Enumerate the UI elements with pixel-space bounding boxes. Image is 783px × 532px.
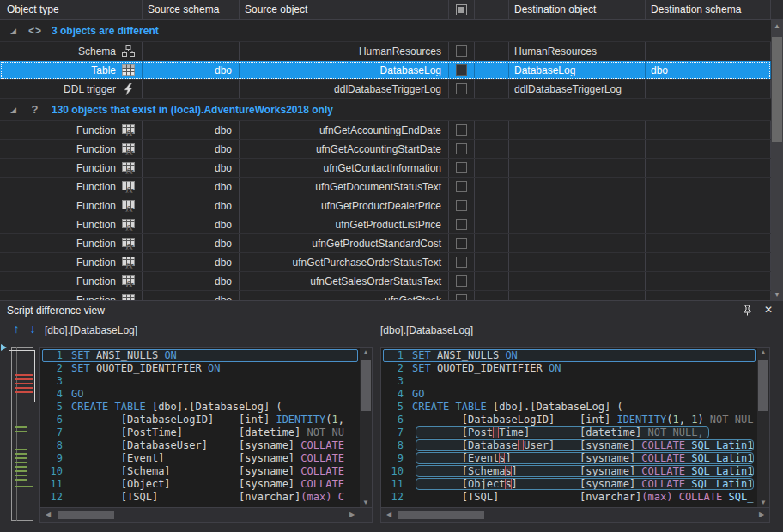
table-row[interactable]: FunctionfxdboufnGetAccountingEndDate [0,121,771,140]
code-line: 3 [381,375,757,388]
table-row[interactable]: FunctionfxdboufnGetDocumentStatusText [0,178,771,196]
changed-line-mark [15,383,33,384]
function-icon: fx [121,275,135,287]
source-script-editor[interactable]: 1SET ANSI_NULLS ON2SET QUOTED_IDENTIFIER… [39,347,373,523]
previous-difference-button[interactable]: ↑ [10,322,22,336]
grid-scrollbar-thumb[interactable] [772,37,782,142]
row-checkbox[interactable] [456,238,467,249]
source-object-value: ufnGetAccountingStartDate [316,143,441,155]
row-checkbox[interactable] [456,275,467,287]
right-editor-horizontal-scrollbar[interactable]: ◀ ▶ [381,507,769,522]
code-line: 9 [Event] [sysname] COLLATE [40,452,360,465]
group-header-row[interactable]: ◢<>3 objects are different [0,20,783,42]
column-header-destination-schema[interactable]: Destination schema [646,0,771,19]
line-number: 7 [40,426,71,439]
column-header-source-schema[interactable]: Source schema [143,0,240,19]
row-checkbox[interactable] [456,181,467,192]
scroll-down-icon[interactable]: ▼ [771,288,783,300]
object-type-label: Function [76,275,116,287]
left-editor-horizontal-scrollbar[interactable]: ◀ ▶ [40,507,372,522]
function-icon: fx [121,181,135,193]
scroll-up-icon[interactable]: ▲ [757,348,769,358]
left-document-label: [dbo].[DatabaseLog] [45,324,137,336]
source-object-value: ufnGetAccountingEndDate [319,124,441,136]
table-row[interactable]: TabledboDatabaseLogDatabaseLogdbo [0,61,771,80]
source-object-value: ufnGetProductDealerPrice [321,200,441,212]
code-line: 10 [Schemas] [sysname] COLLATE SQL_Latin… [381,465,757,478]
line-number: 10 [40,465,71,478]
code-line: 11 [Object] [sysname] COLLATE [40,478,360,491]
table-row[interactable]: FunctionfxdboufnGetAccountingStartDate [0,140,771,159]
object-type-label: Function [76,162,116,174]
row-checkbox[interactable] [456,257,467,268]
scroll-up-icon[interactable]: ▲ [360,348,372,358]
source-schema-value: dbo [215,181,232,193]
destination-script-editor[interactable]: 1SET ANSI_NULLS ON2SET QUOTED_IDENTIFIER… [380,347,770,523]
collapse-triangle-icon[interactable]: ◢ [10,106,19,114]
table-row[interactable]: FunctionfxdboufnGetContactInformation [0,159,771,178]
row-checkbox[interactable] [456,124,467,136]
table-row[interactable]: FunctionfxdboufnGetPurchaseOrderStatusTe… [0,253,771,272]
scroll-right-icon[interactable]: ▶ [756,509,768,521]
code-line: 5CREATE TABLE [dbo].[DatabaseLog] ( [40,401,360,414]
row-checkbox[interactable] [456,143,467,154]
table-row[interactable]: DDL triggerddlDatabaseTriggerLogddlDatab… [0,80,771,99]
pin-icon[interactable] [742,305,754,317]
code-text: SET ANSI_NULLS ON [412,349,757,362]
collapse-triangle-icon[interactable]: ◢ [10,27,19,35]
table-row[interactable]: FunctionfxdboufnGetProductDealerPrice [0,196,771,215]
column-header-spacer[interactable] [475,0,509,19]
close-icon[interactable]: ✕ [762,304,774,316]
code-text: GO [412,388,757,401]
scroll-left-icon[interactable]: ◀ [42,509,54,521]
code-line: 7 [PostTime] [datetime] NOT NU [40,426,360,439]
header-scrollbar-corner [771,0,783,19]
column-header-checkbox[interactable] [449,0,475,19]
scroll-left-icon[interactable]: ◀ [383,509,395,521]
function-icon: fx [121,219,135,231]
scrollbar-thumb[interactable] [758,360,768,411]
line-number: 2 [381,362,412,375]
scroll-right-icon[interactable]: ▶ [346,509,358,521]
column-header-object-type[interactable]: Object type [0,0,143,19]
next-difference-button[interactable]: ↓ [27,322,39,336]
column-header-destination-object[interactable]: Destination object [509,0,646,19]
code-text: [Objects] [sysname] COLLATE SQL_Latin1 [412,478,757,491]
group-header-row[interactable]: ◢?130 objects that exist in (local).Adve… [0,99,783,121]
right-editor-vertical-scrollbar[interactable]: ▲ ▼ [757,348,769,508]
overview-viewport-box[interactable] [9,350,35,402]
group-label: 3 objects are different [52,25,159,37]
code-line: 7 [Post Time] [datetime] NOT NULL, [381,426,757,439]
scrollbar-thumb[interactable] [398,511,484,519]
row-checkbox[interactable] [456,83,467,94]
source-schema-value: dbo [215,257,232,269]
row-checkbox[interactable] [456,200,467,211]
table-row[interactable]: FunctionfxdboufnGetSalesOrderStatusText [0,272,771,291]
column-header-source-object[interactable]: Source object [240,0,449,19]
scrollbar-thumb[interactable] [58,511,114,519]
added-line-mark [15,475,27,476]
code-line: 1SET ANSI_NULLS ON [381,349,757,362]
row-checkbox[interactable] [456,64,467,76]
source-object-value: ufnGetProductListPrice [336,219,441,231]
line-number: 9 [381,452,412,465]
line-number: 3 [381,375,412,388]
row-checkbox[interactable] [456,162,467,173]
scroll-up-icon[interactable]: ▲ [771,20,783,32]
grid-vertical-scrollbar[interactable]: ▲ ▼ [771,20,783,300]
select-all-checkbox[interactable] [456,4,467,15]
code-line: 4GO [40,388,360,401]
diff-overview-strip[interactable] [0,341,39,532]
left-editor-vertical-scrollbar[interactable]: ▲ ▼ [360,348,372,508]
line-number: 9 [40,452,71,465]
table-row[interactable]: SchemaHumanResourcesHumanResources [0,42,771,61]
svg-text:fx: fx [125,185,133,193]
table-row[interactable]: FunctionfxdboufnGetProductStandardCost [0,234,771,253]
code-text: CREATE TABLE [dbo].[DatabaseLog] ( [412,401,757,414]
table-row[interactable]: FunctionfxdboufnGetProductListPrice [0,215,771,234]
row-checkbox[interactable] [456,45,467,57]
scrollbar-thumb[interactable] [361,360,371,411]
destination-object-value: HumanResources [514,45,597,57]
row-checkbox[interactable] [456,219,467,230]
code-text: [Object] [sysname] COLLATE [71,478,360,491]
